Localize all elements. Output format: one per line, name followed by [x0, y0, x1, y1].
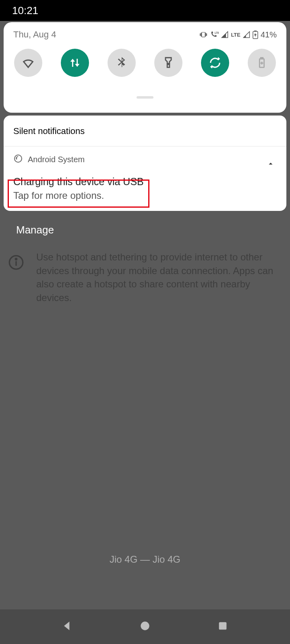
notif-body: Tap for more options.: [13, 190, 277, 201]
nav-back[interactable]: [61, 619, 74, 634]
svg-point-6: [168, 63, 169, 64]
svg-rect-8: [261, 58, 263, 59]
svg-rect-11: [219, 622, 227, 630]
notif-section-title: Silent notifications: [4, 116, 286, 147]
notifications-card: Silent notifications Android System Char…: [4, 116, 286, 211]
bg-hotspot-info: Use hotspot and tethering to provide int…: [8, 250, 282, 304]
lte-label: LTE: [231, 32, 240, 38]
panel-date: Thu, Aug 4: [13, 29, 56, 40]
svg-text:LTE: LTE: [215, 31, 219, 34]
qs-mobile-data[interactable]: [61, 49, 89, 77]
panel-drag-handle[interactable]: [137, 96, 153, 99]
signal-icon-1: [221, 31, 228, 38]
notif-title: Charging this device via USB: [13, 176, 277, 188]
volte-icon: LTE: [210, 31, 219, 39]
svg-point-2: [15, 258, 17, 260]
svg-point-9: [14, 155, 22, 162]
battery-charging-icon: [253, 30, 258, 39]
collapse-icon[interactable]: [266, 159, 275, 170]
navigation-bar: [0, 609, 290, 644]
status-time: 10:21: [12, 4, 38, 17]
signal-icon-2: [243, 31, 250, 38]
carrier-label: Jio 4G — Jio 4G: [0, 554, 290, 565]
bg-info-text: Use hotspot and tethering to provide int…: [36, 250, 282, 304]
svg-rect-5: [254, 31, 257, 31]
qs-flashlight[interactable]: [154, 49, 182, 77]
notification-item[interactable]: Android System Charging this device via …: [4, 147, 286, 211]
battery-percent: 41%: [261, 30, 277, 39]
qs-battery-saver[interactable]: [248, 49, 276, 77]
vibrate-icon: [199, 31, 207, 39]
android-system-icon: [13, 154, 23, 165]
svg-point-10: [141, 621, 149, 630]
qs-auto-rotate[interactable]: [201, 49, 229, 77]
qs-wifi[interactable]: [14, 49, 42, 77]
quick-settings-panel: Thu, Aug 4 LTE LTE 41%: [4, 22, 286, 113]
info-icon: [8, 254, 24, 270]
nav-recent[interactable]: [216, 619, 229, 634]
panel-status-icons: LTE LTE 41%: [199, 30, 277, 39]
qs-bluetooth[interactable]: [108, 49, 136, 77]
status-bar: 10:21: [0, 0, 290, 21]
manage-button[interactable]: Manage: [16, 224, 54, 236]
notif-app-name: Android System: [28, 155, 85, 164]
nav-home[interactable]: [139, 619, 151, 634]
